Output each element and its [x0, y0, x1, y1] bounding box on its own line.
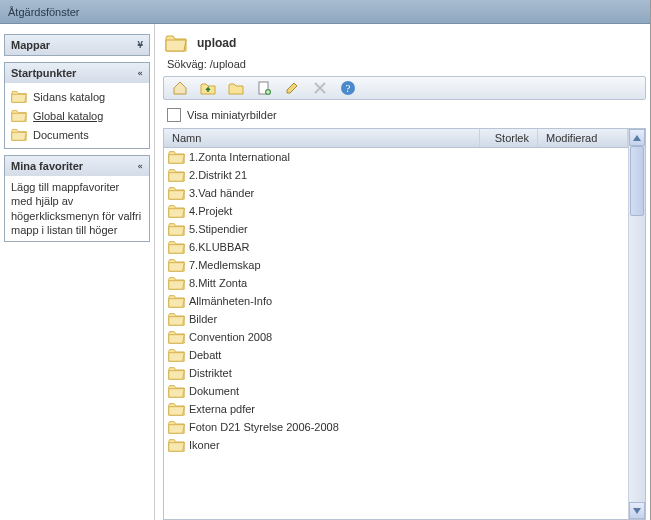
list-header: Namn Storlek Modifierad: [164, 129, 628, 148]
list-item-label: 4.Projekt: [189, 205, 232, 217]
new-file-icon[interactable]: [256, 80, 272, 96]
panel-favorites-header[interactable]: Mina favoriter «: [5, 156, 149, 176]
panel-folders-header[interactable]: Mappar ¥: [5, 35, 149, 55]
main-panel: upload Sökväg: /upload ? Visa miniatyrbi…: [155, 24, 650, 520]
scroll-thumb[interactable]: [630, 146, 644, 216]
collapse-icon: «: [138, 68, 143, 78]
sidebar-item-label: Sidans katalog: [33, 91, 105, 103]
thumbnails-label: Visa miniatyrbilder: [187, 109, 277, 121]
folder-icon: [11, 109, 27, 122]
scroll-down-icon[interactable]: [629, 502, 645, 519]
list-item[interactable]: 8.Mitt Zonta: [164, 274, 628, 292]
list-item[interactable]: Dokument: [164, 382, 628, 400]
list-item[interactable]: Convention 2008: [164, 328, 628, 346]
folder-icon: [168, 150, 185, 164]
scroll-track[interactable]: [629, 146, 645, 502]
column-size[interactable]: Storlek: [480, 129, 538, 147]
thumbnails-checkbox[interactable]: [167, 108, 181, 122]
collapse-icon: «: [138, 161, 143, 171]
folder-icon: [168, 402, 185, 416]
folder-icon: [11, 90, 27, 103]
sidebar-item-label: Global katalog: [33, 110, 103, 122]
column-modified[interactable]: Modifierad: [538, 129, 628, 147]
sidebar-item[interactable]: Documents: [7, 125, 147, 144]
list-item[interactable]: Allmänheten-Info: [164, 292, 628, 310]
panel-startpoints: Startpunkter « Sidans katalogGlobal kata…: [4, 62, 150, 149]
folder-icon: [168, 420, 185, 434]
folder-icon: [168, 204, 185, 218]
list-item[interactable]: Bilder: [164, 310, 628, 328]
list-item-label: Convention 2008: [189, 331, 272, 343]
help-icon[interactable]: ?: [340, 80, 356, 96]
column-name[interactable]: Namn: [164, 129, 480, 147]
folder-up-icon[interactable]: [200, 80, 216, 96]
list-item-label: 8.Mitt Zonta: [189, 277, 247, 289]
panel-folders-title: Mappar: [11, 39, 50, 51]
toolbar: ?: [163, 76, 646, 100]
sidebar: Mappar ¥ Startpunkter « Sidans katalogGl…: [0, 24, 155, 520]
file-list: Namn Storlek Modifierad 1.Zonta Internat…: [163, 128, 646, 520]
list-item-label: Distriktet: [189, 367, 232, 379]
window-titlebar: Åtgärdsfönster: [0, 0, 650, 24]
folder-icon[interactable]: [228, 80, 244, 96]
panel-favorites: Mina favoriter « Lägg till mappfavoriter…: [4, 155, 150, 242]
edit-icon[interactable]: [284, 80, 300, 96]
scroll-up-icon[interactable]: [629, 129, 645, 146]
list-item-label: Externa pdfer: [189, 403, 255, 415]
list-item[interactable]: 7.Medlemskap: [164, 256, 628, 274]
sidebar-item[interactable]: Global katalog: [7, 106, 147, 125]
list-item-label: Foton D21 Styrelse 2006-2008: [189, 421, 339, 433]
folder-icon: [11, 128, 27, 141]
list-item-label: Ikoner: [189, 439, 220, 451]
expand-icon: ¥: [138, 40, 143, 50]
folder-icon: [168, 312, 185, 326]
folder-icon: [168, 168, 185, 182]
panel-folders: Mappar ¥: [4, 34, 150, 56]
list-item[interactable]: Externa pdfer: [164, 400, 628, 418]
list-item[interactable]: Distriktet: [164, 364, 628, 382]
window-title: Åtgärdsfönster: [8, 6, 80, 18]
list-item-label: 6.KLUBBAR: [189, 241, 250, 253]
list-item-label: 3.Vad händer: [189, 187, 254, 199]
list-item-label: 7.Medlemskap: [189, 259, 261, 271]
folder-icon: [168, 258, 185, 272]
list-item[interactable]: 6.KLUBBAR: [164, 238, 628, 256]
path-label: Sökväg: /upload: [161, 58, 648, 76]
list-item[interactable]: 5.Stipendier: [164, 220, 628, 238]
panel-favorites-title: Mina favoriter: [11, 160, 83, 172]
folder-icon: [168, 366, 185, 380]
list-item[interactable]: 1.Zonta International: [164, 148, 628, 166]
folder-icon: [168, 240, 185, 254]
folder-icon: [168, 186, 185, 200]
list-item[interactable]: 4.Projekt: [164, 202, 628, 220]
folder-icon: [168, 438, 185, 452]
folder-icon: [165, 34, 187, 52]
folder-icon: [168, 276, 185, 290]
list-item[interactable]: Debatt: [164, 346, 628, 364]
list-item[interactable]: 2.Distrikt 21: [164, 166, 628, 184]
list-item-label: 5.Stipendier: [189, 223, 248, 235]
list-item[interactable]: Ikoner: [164, 436, 628, 454]
list-item-label: Bilder: [189, 313, 217, 325]
svg-text:?: ?: [346, 82, 351, 94]
home-icon[interactable]: [172, 80, 188, 96]
folder-icon: [168, 222, 185, 236]
list-item-label: Dokument: [189, 385, 239, 397]
list-item-label: 1.Zonta International: [189, 151, 290, 163]
favorites-help-text: Lägg till mappfavoriter med hjälp av hög…: [5, 176, 149, 241]
list-item-label: Allmänheten-Info: [189, 295, 272, 307]
sidebar-item[interactable]: Sidans katalog: [7, 87, 147, 106]
scrollbar[interactable]: [628, 129, 645, 519]
folder-icon: [168, 348, 185, 362]
delete-icon[interactable]: [312, 80, 328, 96]
list-item[interactable]: Foton D21 Styrelse 2006-2008: [164, 418, 628, 436]
panel-startpoints-header[interactable]: Startpunkter «: [5, 63, 149, 83]
folder-icon: [168, 330, 185, 344]
panel-startpoints-title: Startpunkter: [11, 67, 76, 79]
folder-icon: [168, 384, 185, 398]
list-item-label: Debatt: [189, 349, 221, 361]
list-item[interactable]: 3.Vad händer: [164, 184, 628, 202]
sidebar-item-label: Documents: [33, 129, 89, 141]
list-item-label: 2.Distrikt 21: [189, 169, 247, 181]
folder-icon: [168, 294, 185, 308]
